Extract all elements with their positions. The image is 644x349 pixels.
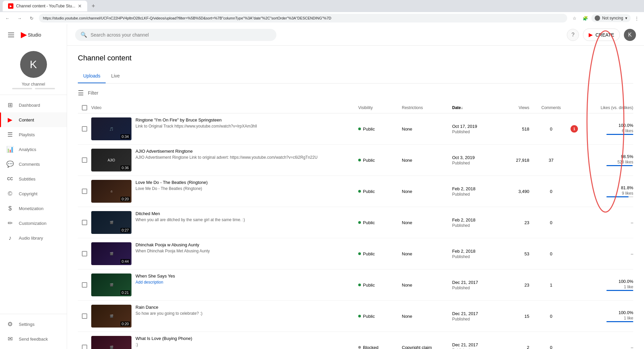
- row-checkbox[interactable]: [78, 220, 91, 225]
- table-row: 🎬 0:27 Ditched Men When you all are ditc…: [78, 207, 633, 238]
- more-options-icon[interactable]: ⋮: [632, 13, 641, 23]
- col-likes: –: [573, 220, 633, 225]
- video-title[interactable]: What Is Love (Buying Phone): [136, 336, 192, 341]
- row-checkbox[interactable]: [78, 313, 91, 319]
- dash: –: [631, 251, 633, 256]
- active-tab[interactable]: ▶ Channel content - YouTube Stu... ✕: [3, 1, 87, 11]
- video-title[interactable]: AJIO Advertisement Ringtone: [136, 149, 318, 154]
- channel-label: Your channel: [22, 82, 45, 87]
- col-video: 🎬 0:20 Rain Dance So how are you going t…: [91, 305, 358, 328]
- likes-count: 528 likes: [618, 160, 633, 164]
- search-input[interactable]: [91, 32, 271, 38]
- sidebar-item-label: Analytics: [19, 147, 36, 152]
- thumbnail[interactable]: 🎵 0:34: [91, 117, 131, 140]
- search-box[interactable]: 🔍: [75, 29, 276, 41]
- refresh-button[interactable]: ↻: [27, 13, 36, 23]
- avatar[interactable]: K: [20, 51, 47, 78]
- video-title[interactable]: Dhinchak Pooja w Abusing Aunty: [136, 242, 210, 247]
- header-date[interactable]: Date ↓: [452, 105, 496, 110]
- likes-fill: [606, 321, 633, 322]
- sidebar-item-customization[interactable]: ✏ Customization: [0, 216, 67, 231]
- topbar: 🔍 ? ▶ CREATE K: [67, 24, 644, 46]
- checkbox[interactable]: [82, 251, 87, 256]
- video-title[interactable]: Love Me Do - The Beatles (Ringtone): [136, 180, 208, 185]
- likes-bar: [606, 165, 633, 166]
- select-all-checkbox[interactable]: [82, 105, 87, 110]
- video-title[interactable]: Ditched Men: [136, 211, 245, 216]
- video-title[interactable]: Ringtone "I'm On Fire" by Bruce Springst…: [136, 117, 257, 122]
- extension-icon[interactable]: 🧩: [581, 13, 590, 23]
- sidebar-bottom: ⚙ Settings ✉ Send feedback: [0, 314, 67, 349]
- sidebar-item-playlists[interactable]: ☰ Playlists: [0, 127, 67, 142]
- date-status: Published: [452, 348, 496, 349]
- date-value: Feb 2, 2018: [452, 249, 496, 254]
- header-checkbox[interactable]: [78, 105, 91, 110]
- table-wrapper: Video Visibility Restrictions Date ↓ Vie…: [78, 102, 633, 349]
- stat-bar-1: [12, 88, 32, 89]
- col-comments: 0: [529, 314, 573, 319]
- sidebar-item-comments[interactable]: 💬 Comments: [0, 157, 67, 171]
- hamburger-menu[interactable]: [5, 30, 17, 40]
- close-tab-button[interactable]: ✕: [78, 3, 82, 9]
- thumbnail[interactable]: 🎬 0:44: [91, 242, 131, 265]
- browser-chrome: ▶ Channel content - YouTube Stu... ✕ + ←…: [0, 0, 644, 24]
- date-value: Dec 21, 2017: [452, 280, 496, 285]
- sidebar-item-label: Comments: [19, 162, 40, 167]
- thumbnail[interactable]: ♫ 0:20: [91, 180, 131, 203]
- sidebar-item-settings[interactable]: ⚙ Settings: [0, 317, 67, 332]
- tab-live[interactable]: Live: [106, 69, 125, 83]
- user-avatar[interactable]: K: [624, 29, 636, 41]
- table-row: 🎵 0:34 Ringtone "I'm On Fire" by Bruce S…: [78, 113, 633, 145]
- thumbnail[interactable]: 🎬 0:27: [91, 211, 131, 234]
- checkbox[interactable]: [82, 313, 87, 319]
- dashboard-icon: ⊞: [7, 102, 13, 108]
- date-status: Published: [452, 130, 496, 134]
- bookmark-icon[interactable]: ☆: [570, 13, 579, 23]
- col-restrictions: Copyright claim: [402, 345, 452, 349]
- row-checkbox[interactable]: [78, 189, 91, 194]
- header-visibility: Visibility: [358, 105, 402, 110]
- thumbnail[interactable]: 🎬 3:01: [91, 336, 131, 349]
- new-tab-button[interactable]: +: [89, 1, 98, 11]
- date-status: Published: [452, 161, 496, 165]
- checkbox[interactable]: [82, 157, 87, 163]
- row-checkbox[interactable]: [78, 157, 91, 163]
- row-checkbox[interactable]: [78, 282, 91, 288]
- checkbox[interactable]: [82, 189, 87, 194]
- checkbox[interactable]: [82, 282, 87, 288]
- thumbnail[interactable]: AJIO 0:36: [91, 149, 131, 171]
- sidebar-item-dashboard[interactable]: ⊞ Dashboard: [0, 98, 67, 112]
- video-info: Ditched Men When you all are ditched by …: [136, 211, 245, 222]
- address-bar[interactable]: https://studio.youtube.com/channel/UCFnC…: [39, 14, 567, 22]
- sidebar-item-analytics[interactable]: 📊 Analytics: [0, 142, 67, 157]
- sidebar-item-subtitles[interactable]: CC Subtitles: [0, 171, 67, 186]
- not-syncing-button[interactable]: Not syncing ▾: [591, 14, 631, 22]
- sidebar-item-content[interactable]: ▶ Content: [0, 112, 67, 127]
- sidebar-item-copyright[interactable]: © Copyright: [0, 186, 67, 201]
- forward-button[interactable]: →: [15, 13, 24, 23]
- video-title[interactable]: Rain Dance: [136, 305, 202, 310]
- checkbox[interactable]: [82, 345, 87, 349]
- tab-uploads[interactable]: Uploads: [78, 69, 106, 83]
- create-button[interactable]: ▶ CREATE: [583, 29, 620, 41]
- col-restrictions: None: [402, 189, 452, 194]
- sidebar-item-audio-library[interactable]: ♪ Audio library: [0, 231, 67, 245]
- sidebar-item-send-feedback[interactable]: ✉ Send feedback: [0, 332, 67, 346]
- video-info: Love Me Do - The Beatles (Ringtone) Love…: [136, 180, 208, 191]
- row-checkbox[interactable]: [78, 126, 91, 132]
- chevron-down-icon: ▾: [625, 16, 627, 20]
- thumbnail[interactable]: 🎬 0:21: [91, 273, 131, 296]
- thumbnail[interactable]: 🎬 0:20: [91, 305, 131, 328]
- sidebar-item-monetization[interactable]: $ Monetization: [0, 201, 67, 216]
- row-checkbox[interactable]: [78, 251, 91, 256]
- date-value: Dec 21, 2017: [452, 311, 496, 316]
- youtube-logo[interactable]: ▶ Studio: [21, 31, 41, 39]
- checkbox[interactable]: [82, 126, 87, 132]
- back-button[interactable]: ←: [3, 13, 12, 23]
- date-value: Feb 2, 2018: [452, 186, 496, 191]
- sidebar-item-label: Audio library: [19, 236, 43, 241]
- help-button[interactable]: ?: [567, 29, 579, 41]
- video-title[interactable]: When She Says Yes: [136, 273, 175, 279]
- checkbox[interactable]: [82, 220, 87, 225]
- row-checkbox[interactable]: [78, 345, 91, 349]
